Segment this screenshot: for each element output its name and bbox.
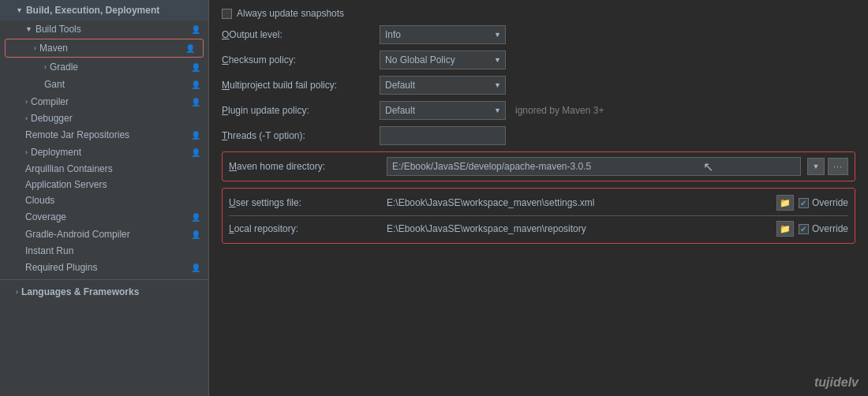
sidebar-item-build-execution-deployment[interactable]: ▼ Build, Execution, Deployment xyxy=(0,0,208,21)
sidebar-item-remote-jar[interactable]: Remote Jar Repositories 👤 xyxy=(0,126,208,144)
sidebar-item-label: Remote Jar Repositories xyxy=(25,129,189,140)
maven-home-section: ↖ Maven home directory: E:/Ebook/JavaSE/… xyxy=(222,151,855,181)
sidebar-item-maven[interactable]: › Maven 👤 xyxy=(5,39,204,58)
sidebar-item-label: Debugger xyxy=(31,113,202,124)
expand-arrow: ▼ xyxy=(16,6,23,14)
user-settings-value: E:\Ebook\JavaSE\workspace_maven\settings… xyxy=(387,197,770,208)
threads-label: Threads (-T option): xyxy=(222,130,380,141)
maven-home-browse-btn[interactable]: ··· xyxy=(828,158,848,175)
plugin-update-extra: ignored by Maven 3+ xyxy=(515,105,604,116)
expand-arrow-compiler: › xyxy=(25,98,28,106)
checksum-policy-row: Checksum policy: No Global Policy Fail W… xyxy=(222,50,855,69)
sidebar-item-label: Arquillian Containers xyxy=(25,163,202,174)
person-icon: 👤 xyxy=(189,228,202,241)
sidebar-item-label: Languages & Frameworks xyxy=(21,286,202,297)
sidebar-item-label: Gradle xyxy=(50,62,189,73)
sidebar-item-languages-frameworks[interactable]: › Languages & Frameworks xyxy=(0,283,208,301)
sidebar-item-label: Coverage xyxy=(25,211,189,222)
always-update-checkbox[interactable] xyxy=(222,9,232,19)
local-repo-override-label: Override xyxy=(812,223,848,234)
plugin-update-select-wrapper: Default Force Update Do Not Update ▼ xyxy=(380,101,506,120)
sidebar-item-arquillian[interactable]: Arquillian Containers xyxy=(0,161,208,177)
checksum-policy-select[interactable]: No Global Policy Fail Warn Ignore xyxy=(380,50,506,69)
sidebar-item-label: Deployment xyxy=(31,147,189,158)
checksum-policy-label: Checksum policy: xyxy=(222,54,380,65)
expand-arrow-lang: › xyxy=(16,288,18,296)
maven-home-actions: ▼ ··· xyxy=(807,158,848,175)
sidebar-item-gradle-android[interactable]: Gradle-Android Compiler 👤 xyxy=(0,226,208,243)
expand-arrow-deployment: › xyxy=(25,148,28,156)
settings-box: User settings file: E:\Ebook\JavaSE\work… xyxy=(222,188,855,244)
person-icon: 👤 xyxy=(184,42,196,54)
sidebar-item-coverage[interactable]: Coverage 👤 xyxy=(0,208,208,226)
sidebar-item-build-tools[interactable]: ▼ Build Tools 👤 xyxy=(0,21,208,38)
sidebar-item-label: Build, Execution, Deployment xyxy=(26,5,202,16)
sidebar-item-gant[interactable]: Gant 👤 xyxy=(0,76,208,93)
sidebar-item-label: Compiler xyxy=(31,96,189,107)
expand-arrow-build-tools: ▼ xyxy=(25,25,32,33)
expand-arrow-gradle: › xyxy=(44,63,47,71)
watermark: tujidelv xyxy=(814,375,859,390)
local-repo-folder-btn[interactable]: 📁 xyxy=(776,221,794,237)
sidebar-item-required-plugins[interactable]: Required Plugins 👤 xyxy=(0,259,208,276)
output-level-label: OOutput level: xyxy=(222,29,380,40)
multiproject-row: Multiproject build fail policy: Default … xyxy=(222,76,855,95)
user-settings-row: User settings file: E:\Ebook\JavaSE\work… xyxy=(229,192,848,214)
sidebar-item-label: Gradle-Android Compiler xyxy=(25,229,189,240)
sidebar-item-debugger[interactable]: › Debugger xyxy=(0,110,208,126)
sidebar-item-app-servers[interactable]: Application Servers xyxy=(0,177,208,192)
sidebar-item-label: Required Plugins xyxy=(25,262,189,273)
always-update-checkbox-label[interactable]: Always update snapshots xyxy=(222,8,344,19)
user-settings-label: User settings file: xyxy=(229,197,387,208)
threads-row: Threads (-T option): xyxy=(222,126,855,145)
maven-home-label: Maven home directory: xyxy=(229,161,387,172)
local-repo-label: Local repository: xyxy=(229,223,387,234)
sidebar-item-deployment[interactable]: › Deployment 👤 xyxy=(0,144,208,161)
main-content: Always update snapshots OOutput level: I… xyxy=(209,0,868,396)
sidebar-item-label: Gant xyxy=(44,79,189,90)
settings-divider xyxy=(229,215,848,216)
always-update-row: Always update snapshots xyxy=(222,8,855,19)
local-repo-row: Local repository: E:\Ebook\JavaSE\worksp… xyxy=(229,218,848,240)
user-settings-override-checkbox[interactable]: ✔ xyxy=(799,198,809,208)
maven-home-value: E:/Ebook/JavaSE/develop/apache-maven-3.0… xyxy=(387,157,801,176)
plugin-update-row: Plugin update policy: Default Force Upda… xyxy=(222,101,855,120)
user-settings-folder-btn[interactable]: 📁 xyxy=(776,195,794,211)
sidebar-item-label: Application Servers xyxy=(25,179,202,190)
expand-arrow-debugger: › xyxy=(25,114,28,122)
local-repo-actions: 📁 ✔ Override xyxy=(776,221,848,237)
user-settings-actions: 📁 ✔ Override xyxy=(776,195,848,211)
local-repo-override: ✔ Override xyxy=(799,223,848,234)
sidebar: ▼ Build, Execution, Deployment ▼ Build T… xyxy=(0,0,209,396)
output-level-select[interactable]: Info Debug Quiet xyxy=(380,25,506,44)
person-icon: 👤 xyxy=(189,95,202,108)
multiproject-select[interactable]: Default Fail at End Fail Fast Never Fail xyxy=(380,76,506,95)
threads-input[interactable] xyxy=(380,126,506,145)
person-icon: 👤 xyxy=(189,211,202,223)
sidebar-item-compiler[interactable]: › Compiler 👤 xyxy=(0,93,208,110)
user-settings-override: ✔ Override xyxy=(799,197,848,208)
output-level-select-wrapper: Info Debug Quiet ▼ xyxy=(380,25,506,44)
person-icon: 👤 xyxy=(189,78,202,91)
expand-arrow-maven: › xyxy=(34,44,36,52)
person-icon: 👤 xyxy=(189,261,202,274)
sidebar-item-instant-run[interactable]: Instant Run xyxy=(0,243,208,259)
person-icon: 👤 xyxy=(189,61,202,73)
local-repo-value: E:\Ebook\JavaSE\workspace_maven\reposito… xyxy=(387,223,770,234)
multiproject-select-wrapper: Default Fail at End Fail Fast Never Fail… xyxy=(380,76,506,95)
always-update-label: Always update snapshots xyxy=(237,8,344,19)
sidebar-item-label: Build Tools xyxy=(36,24,189,35)
output-level-row: OOutput level: Info Debug Quiet ▼ xyxy=(222,25,855,44)
sidebar-item-clouds[interactable]: Clouds xyxy=(0,192,208,208)
maven-home-dropdown-btn[interactable]: ▼ xyxy=(807,158,825,175)
person-icon: 👤 xyxy=(189,146,202,159)
sidebar-item-label: Maven xyxy=(39,43,184,54)
person-icon: 👤 xyxy=(189,129,202,141)
local-repo-override-checkbox[interactable]: ✔ xyxy=(799,224,809,234)
sidebar-item-label: Clouds xyxy=(25,195,202,206)
plugin-update-select[interactable]: Default Force Update Do Not Update xyxy=(380,101,506,120)
sidebar-item-gradle[interactable]: › Gradle 👤 xyxy=(0,58,208,76)
user-settings-override-label: Override xyxy=(812,197,848,208)
maven-home-box: Maven home directory: E:/Ebook/JavaSE/de… xyxy=(222,151,855,181)
checksum-policy-select-wrapper: No Global Policy Fail Warn Ignore ▼ xyxy=(380,50,506,69)
